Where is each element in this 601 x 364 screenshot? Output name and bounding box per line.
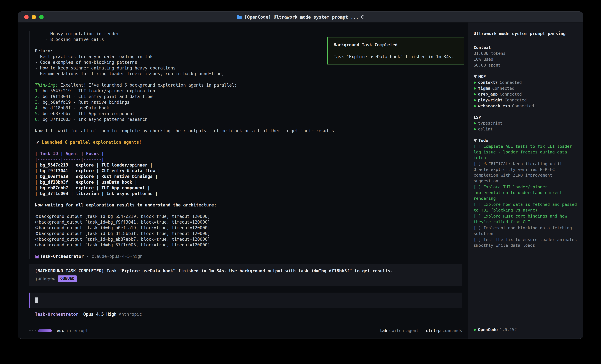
minimize-button[interactable]: [32, 15, 36, 19]
lsp-label: LSP: [474, 115, 578, 120]
terminal-line: [35, 145, 461, 151]
terminal-line: [35, 248, 461, 254]
desktop: { "window": { "title": "[OpenCode] Ultra…: [0, 0, 601, 364]
mcp-server-status: Connected: [500, 91, 522, 97]
todo-section: ▼Todo [ ] Complete ALL tasks to fix CLI …: [474, 138, 578, 249]
sidebar-footer: OpenCode 1.0.152: [474, 327, 578, 333]
ctrlp-key-hint: ctrl+p: [426, 328, 441, 333]
connected-dot-icon: [474, 99, 476, 101]
mcp-server-item: figmaConnected: [474, 86, 578, 91]
todo-item: [ ] Test the fix to ensure loader animat…: [474, 237, 578, 248]
todo-checkbox: [ ]: [474, 144, 483, 149]
background-task-completed-message: [BACKGROUND TASK COMPLETED] Task "Explor…: [29, 264, 462, 286]
terminal-line: | bg_eb87ebb7 | explore | TUI App compon…: [35, 185, 461, 191]
context-label: Context: [474, 45, 578, 51]
mcp-server-item: playwrightConnected: [474, 97, 578, 103]
todo-item: [ ] Explore TUI loader/spinner implement…: [474, 184, 578, 201]
connected-dot-icon: [474, 105, 476, 107]
close-button[interactable]: [24, 15, 29, 19]
todo-text: Implement non-blocking data fetching sol…: [474, 226, 572, 236]
tab-key-label: switch agent: [389, 328, 419, 333]
mcp-server-status: Connected: [505, 97, 527, 103]
loading-circle-icon: [361, 15, 364, 19]
todo-item: [ ] Complete ALL tasks to fix CLI loader…: [474, 144, 578, 161]
zoom-button[interactable]: [39, 15, 44, 19]
todo-checkbox: [ ]: [474, 185, 483, 189]
todo-text: Complete ALL tasks to fix CLI loader lag…: [474, 144, 572, 160]
warning-icon: ⚠: [483, 162, 488, 166]
mcp-section: ▼MCP context7ConnectedfigmaConnectedgrep…: [474, 74, 578, 109]
terminal-line: Launched 6 parallel exploration agents!: [35, 139, 461, 145]
prompt-input[interactable]: [29, 293, 462, 308]
terminal-line: Thinking: Excellent! I've launched 6 bac…: [35, 82, 461, 88]
todo-item: [ ] Explore how data is fetched and pass…: [474, 201, 578, 213]
terminal-line: [35, 197, 461, 202]
active-model-name[interactable]: Opus 4.5 High: [83, 312, 117, 317]
terminal-pane: - Heavy computation in render - Blocking…: [18, 22, 468, 339]
connected-dot-icon: [474, 128, 476, 130]
mcp-list: context7ConnectedfigmaConnectedgrep_appC…: [474, 80, 578, 109]
chevron-down-icon: ▼: [474, 138, 477, 143]
ctrlp-key-label: commands: [443, 328, 462, 333]
lsp-list: typescripteslint: [474, 120, 578, 132]
context-spent: $0.00 spent: [474, 62, 578, 68]
titlebar[interactable]: [OpenCode] Ultrawork mode system prompt …: [18, 12, 583, 22]
active-agent-name[interactable]: Task-Orchestrator: [35, 312, 78, 317]
mcp-server-item: grep_appConnected: [474, 91, 578, 97]
todo-checkbox: [ ]: [474, 162, 483, 166]
terminal-line: 4. bg_df18bb3f - useData hook: [35, 105, 461, 111]
progress-pill: [38, 329, 52, 332]
terminal-line: ⚙background_output [task_id=bg_f9ff3041,…: [35, 219, 461, 225]
connected-dot-icon: [474, 122, 476, 125]
lsp-server-name: typescript: [478, 120, 503, 126]
terminal-line: |---------|-------|-------|: [35, 157, 461, 162]
terminal-line: [35, 134, 461, 139]
terminal-line: [35, 77, 461, 82]
todo-text: Explore how data is fetched and passed t…: [474, 202, 577, 212]
context-used: 16% used: [474, 57, 578, 62]
app-name: OpenCode: [478, 327, 498, 333]
terminal-line: [35, 122, 461, 128]
terminal-line: | bg_37f1c003 | librarian | Ink async pa…: [35, 191, 461, 197]
folder-icon: [237, 15, 242, 19]
lsp-section: LSP typescripteslint: [474, 115, 578, 132]
toast-notification: Background Task Completed Task "Explore …: [327, 37, 464, 65]
mcp-server-status: Connected: [500, 80, 522, 86]
todo-checkbox: [ ]: [474, 214, 483, 219]
mcp-server-status: Connected: [492, 86, 514, 91]
mcp-server-name: grep_app: [478, 91, 498, 97]
todo-item: [ ] Implement non-blocking data fetching…: [474, 225, 578, 237]
terminal-line: ⚙background_output [task_id=bg_b0effa19,…: [35, 225, 461, 231]
terminal-line: 5. bg_eb87ebb7 - TUI App main component: [35, 111, 461, 117]
todo-checkbox: [ ]: [474, 226, 483, 230]
tab-key-hint: tab: [380, 328, 387, 333]
rocket-icon: [35, 140, 40, 145]
lsp-server-item: eslint: [474, 126, 578, 132]
terminal-line: | bg_5547c219 | explore | TUI loader/spi…: [35, 162, 461, 168]
queued-badge: QUEUED: [58, 276, 77, 282]
context-section: Context 31,686 tokens 16% used $0.00 spe…: [474, 45, 578, 68]
todo-item: [ ] Explore Rust core bindings and how t…: [474, 213, 578, 225]
window-title-text: [OpenCode] Ultrawork mode system prompt …: [244, 15, 359, 19]
text-cursor: [35, 297, 38, 303]
terminal-line: ⚙background_output [task_id=bg_37f1c003,…: [35, 242, 461, 248]
mcp-server-item: context7Connected: [474, 80, 578, 86]
terminal-line: ⚙background_output [task_id=bg_eb87ebb7,…: [35, 237, 461, 242]
terminal-line: | bg_f9ff3041 | explore | CLI entry & da…: [35, 168, 461, 174]
queued-user: junhoyeo: [35, 276, 55, 281]
esc-key-label: interrupt: [66, 328, 88, 333]
terminal-line: | bg_df18bb3f | explore | useData hook |: [35, 179, 461, 185]
connected-dot-icon: [474, 93, 476, 96]
terminal-line: Now waiting for all exploration results …: [35, 202, 461, 208]
toast-body: Task "Explore useData hook" finished in …: [334, 54, 458, 60]
todo-header[interactable]: ▼Todo: [474, 138, 578, 144]
terminal-line: - Recommendations for fixing loader free…: [35, 71, 461, 77]
terminal-output[interactable]: - Heavy computation in render - Blocking…: [29, 31, 461, 259]
terminal-line: ▣ Task-Orchestrator · claude-opus-4-5-hi…: [35, 254, 461, 259]
todo-checkbox: [ ]: [474, 202, 483, 207]
context-tokens: 31,686 tokens: [474, 51, 578, 57]
mcp-header[interactable]: ▼MCP: [474, 74, 578, 80]
mcp-server-name: figma: [478, 86, 490, 91]
status-bar: esc interrupt tab switch agent ctrl+p co…: [18, 328, 468, 333]
session-title: Ultrawork mode system prompt parsing: [474, 31, 578, 37]
